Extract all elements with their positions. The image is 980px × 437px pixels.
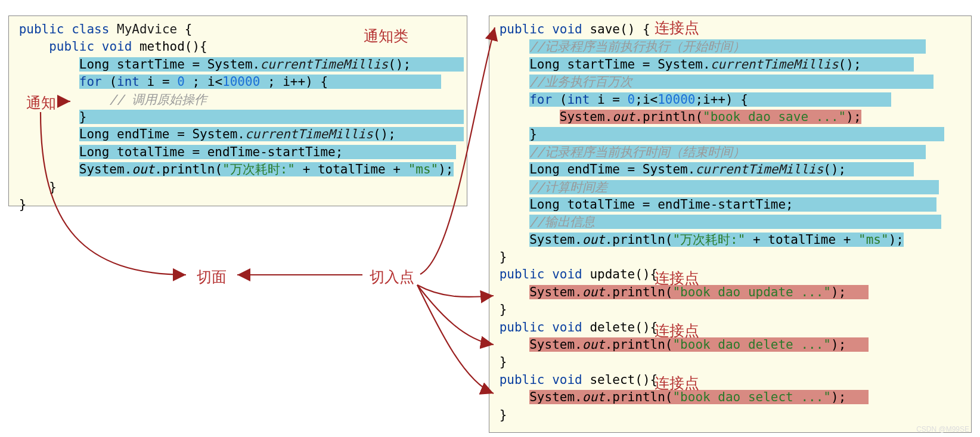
code-line: //业务执行百万次 <box>492 73 969 91</box>
label-joinpoint-select: 连接点 <box>655 373 699 393</box>
code-line: // 调用原始操作 <box>11 91 464 109</box>
code-line: Long endTime = System.currentTimeMillis(… <box>492 161 969 178</box>
label-joinpoint-delete: 连接点 <box>655 321 699 340</box>
code-line: public void select(){ <box>492 371 969 389</box>
code-line: Long totalTime = endTime-startTime; <box>492 196 969 213</box>
code-line: //输出信息 <box>492 213 969 231</box>
code-line: } <box>11 109 464 126</box>
label-joinpoint-update: 连接点 <box>655 268 699 288</box>
code-line: System.out.println("万次耗时:" + totalTime +… <box>492 231 969 249</box>
code-line: } <box>492 407 969 424</box>
code-line: } <box>492 249 969 266</box>
code-line: System.out.println("book dao save ..."); <box>492 109 969 126</box>
label-advice: 通知 <box>26 93 56 113</box>
code-line: public void update(){ <box>492 266 969 283</box>
code-line: Long totalTime = endTime-startTime; <box>11 144 464 161</box>
code-line: System.out.println("万次耗时:" + totalTime +… <box>11 161 464 178</box>
code-line: for (int i = 0;i<10000;i++) { <box>492 91 969 109</box>
code-line: public void save() { <box>492 21 969 38</box>
code-line: } <box>11 196 464 213</box>
label-advice-class: 通知类 <box>364 26 408 46</box>
code-line: } <box>492 354 969 371</box>
code-line: } <box>492 301 969 318</box>
code-line: System.out.println("book dao update ..."… <box>492 284 969 301</box>
code-line: } <box>492 126 969 143</box>
target-class-box: public void save() { //记录程序当前执行执行（开始时间） … <box>489 16 972 433</box>
code-line: Long startTime = System.currentTimeMilli… <box>11 56 464 73</box>
code-line: public void delete(){ <box>492 319 969 336</box>
code-line: //计算时间差 <box>492 179 969 196</box>
code-line: for (int i = 0 ; i<10000 ; i++) { <box>11 73 464 91</box>
code-line: } <box>11 179 464 196</box>
watermark: CSDN @M99SE <box>916 425 969 433</box>
code-line: Long startTime = System.currentTimeMilli… <box>492 56 969 73</box>
label-joinpoint-save: 连接点 <box>655 18 699 38</box>
code-line: System.out.println("book dao delete ..."… <box>492 336 969 354</box>
code-line: System.out.println("book dao select ..."… <box>492 389 969 406</box>
code-line: //记录程序当前执行时间（结束时间） <box>492 144 969 161</box>
label-pointcut: 切入点 <box>370 267 414 287</box>
code-line: Long endTime = System.currentTimeMillis(… <box>11 126 464 143</box>
code-line: //记录程序当前执行执行（开始时间） <box>492 38 969 55</box>
label-aspect: 切面 <box>197 267 227 287</box>
